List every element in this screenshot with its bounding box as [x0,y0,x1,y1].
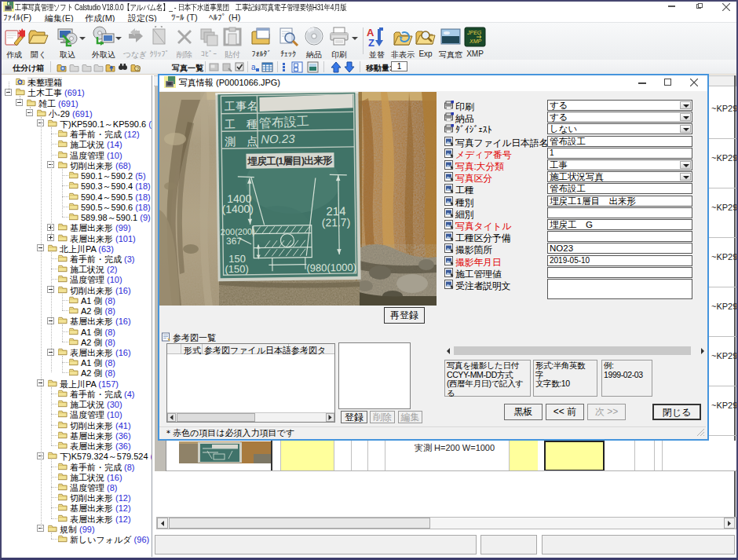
svg-text:管布設工: 管布設工 [258,114,309,130]
svg-text:Z: Z [368,37,374,48]
svg-text:埋戻工(1層目)出来形: 埋戻工(1層目)出来形 [247,155,333,167]
svg-text:(150): (150) [225,263,249,275]
svg-text:NO.23: NO.23 [261,132,295,146]
svg-text:JPEG: JPEG [466,30,482,35]
svg-text:?: ? [136,66,139,71]
svg-text:XMP: XMP [469,38,482,44]
svg-text:工事名: 工事名 [224,100,258,113]
svg-text:(21.7): (21.7) [322,216,351,229]
svg-text:a: a [251,63,256,71]
svg-text:367: 367 [226,236,243,247]
svg-text:(1400): (1400) [221,203,254,216]
svg-text:(980(1000): (980(1000) [306,262,356,274]
